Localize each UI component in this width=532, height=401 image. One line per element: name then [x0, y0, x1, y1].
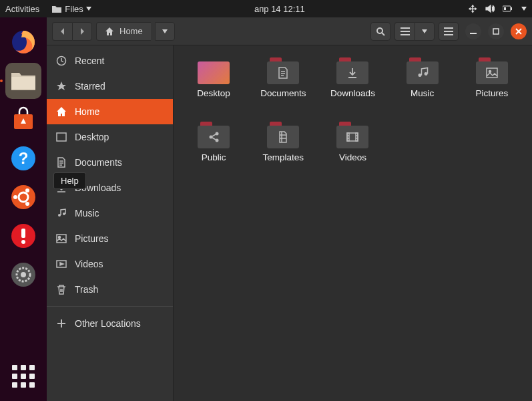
sidebar-item-label: Videos — [75, 259, 103, 269]
svg-rect-20 — [401, 31, 410, 32]
trash-icon — [56, 284, 67, 295]
svg-point-10 — [25, 188, 29, 192]
sidebar-starred[interactable]: Starred — [47, 74, 173, 99]
desktop-icon — [56, 132, 67, 142]
sidebar-item-label: Music — [75, 208, 99, 219]
folder-icon — [336, 122, 368, 148]
forward-button[interactable] — [72, 22, 92, 41]
folder-documents[interactable]: Documents — [250, 57, 316, 118]
plus-icon — [56, 318, 67, 329]
chevron-down-icon — [422, 29, 427, 33]
sidebar-recent[interactable]: Recent — [47, 48, 173, 74]
volume-icon[interactable] — [485, 4, 495, 13]
svg-rect-32 — [487, 68, 497, 78]
sidebar-item-label: Documents — [75, 157, 122, 168]
folder-icon — [476, 57, 508, 84]
chevron-down-icon[interactable] — [521, 7, 527, 11]
sidebar-separator — [47, 306, 173, 307]
folder-icon — [407, 57, 439, 84]
sidebar-documents[interactable]: Documents — [47, 150, 173, 175]
folder-label: Desktop — [197, 88, 230, 98]
battery-icon[interactable] — [503, 5, 513, 13]
folder-music[interactable]: Music — [389, 57, 456, 118]
sidebar-trash[interactable]: Trash — [47, 277, 173, 302]
folder-templates[interactable]: Templates — [250, 122, 316, 182]
folder-icon — [267, 122, 299, 148]
back-button[interactable] — [52, 22, 72, 41]
svg-rect-28 — [57, 133, 66, 141]
search-icon — [376, 27, 385, 36]
sidebar-item-label: Starred — [75, 81, 105, 92]
close-button[interactable] — [511, 23, 527, 39]
svg-rect-25 — [470, 33, 477, 34]
sidebar-item-label: Trash — [75, 284, 98, 295]
dock-files[interactable] — [5, 63, 41, 99]
sidebar-music[interactable]: Music — [47, 200, 173, 226]
svg-rect-23 — [444, 31, 453, 32]
files-window: Home Recent Starred Home Desktop Documen… — [47, 17, 532, 401]
sidebar-item-label: Recent — [75, 55, 104, 66]
content-area[interactable]: Desktop Documents Downloads Music Pictur… — [174, 45, 532, 401]
folder-downloads[interactable]: Downloads — [319, 57, 386, 118]
svg-text:?: ? — [19, 149, 29, 167]
svg-rect-22 — [444, 27, 453, 29]
folder-public[interactable]: Public — [180, 122, 247, 182]
view-list-button[interactable] — [394, 22, 415, 41]
folder-icon — [336, 57, 368, 84]
pathbar: Home — [96, 22, 175, 41]
sidebar-home[interactable]: Home — [47, 99, 173, 124]
menu-icon — [444, 27, 453, 35]
sidebar-pictures[interactable]: Pictures — [47, 226, 173, 251]
path-home[interactable]: Home — [96, 22, 151, 41]
network-icon[interactable] — [468, 4, 477, 13]
folder-label: Downloads — [330, 88, 375, 98]
top-panel: Activities Files апр 14 12:11 — [0, 0, 532, 17]
list-icon — [401, 27, 410, 35]
dock-show-applications[interactable] — [5, 358, 41, 394]
sidebar: Recent Starred Home Desktop Documents Do… — [47, 45, 174, 401]
svg-rect-24 — [444, 34, 453, 35]
video-icon — [56, 259, 67, 269]
folder-label: Videos — [339, 152, 366, 162]
svg-point-14 — [21, 240, 25, 244]
sidebar-videos[interactable]: Videos — [47, 251, 173, 277]
dock-ubuntu[interactable] — [5, 179, 41, 215]
clock[interactable]: апр 14 12:11 — [91, 4, 468, 14]
folder-icon — [198, 122, 230, 148]
svg-point-17 — [21, 272, 26, 277]
svg-rect-29 — [57, 235, 66, 243]
dock-help[interactable]: ? — [5, 140, 41, 176]
document-icon — [56, 157, 67, 168]
sidebar-item-label: Other Locations — [75, 318, 141, 329]
dock-software[interactable] — [5, 102, 41, 138]
sidebar-desktop[interactable]: Desktop — [47, 124, 173, 150]
dock-settings[interactable] — [5, 257, 41, 293]
svg-rect-2 — [504, 7, 506, 10]
folder-label: Templates — [263, 152, 304, 162]
folder-desktop[interactable]: Desktop — [180, 57, 247, 118]
folder-videos[interactable]: Videos — [319, 122, 386, 182]
folder-pictures[interactable]: Pictures — [459, 57, 525, 118]
svg-point-11 — [25, 202, 29, 206]
dock-alert[interactable] — [5, 218, 41, 254]
path-label: Home — [119, 26, 143, 36]
svg-rect-26 — [493, 29, 499, 34]
music-icon — [56, 208, 67, 219]
svg-rect-13 — [21, 229, 25, 238]
search-button[interactable] — [370, 22, 390, 41]
view-dropdown[interactable] — [415, 22, 435, 41]
app-menu-files[interactable]: Files — [51, 4, 91, 14]
maximize-button[interactable] — [488, 23, 504, 39]
hamburger-menu[interactable] — [439, 22, 459, 41]
svg-rect-1 — [511, 7, 512, 10]
sidebar-item-label: Home — [75, 106, 99, 117]
minimize-button[interactable] — [465, 23, 481, 39]
dock-firefox[interactable] — [5, 24, 41, 60]
svg-point-34 — [210, 136, 213, 139]
sidebar-item-label: Pictures — [75, 233, 109, 244]
dock: ? — [0, 17, 47, 401]
sidebar-item-label: Desktop — [75, 132, 109, 142]
path-dropdown[interactable] — [155, 22, 175, 41]
activities-button[interactable]: Activities — [5, 4, 39, 14]
sidebar-other-locations[interactable]: Other Locations — [47, 311, 173, 336]
